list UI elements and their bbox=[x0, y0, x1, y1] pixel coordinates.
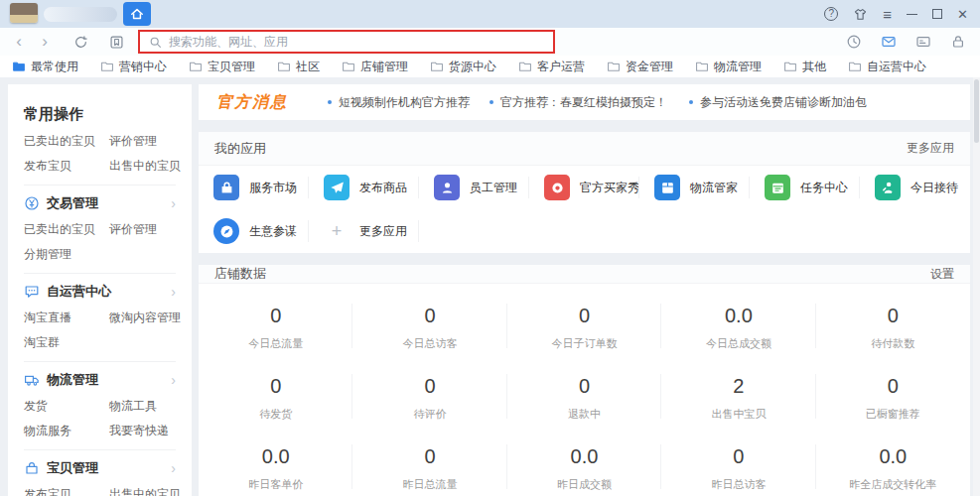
apps-grid-spacer bbox=[529, 209, 639, 253]
bookmark-folder[interactable]: 客户运营 bbox=[518, 59, 585, 75]
close-icon[interactable]: ✕ bbox=[957, 8, 968, 21]
folder-icon bbox=[430, 60, 444, 73]
sidebar-link[interactable]: 我要寄快递 bbox=[109, 423, 176, 439]
app-item[interactable]: 发布商品 bbox=[309, 166, 419, 209]
stat-cell[interactable]: 0 退款中 bbox=[507, 360, 661, 431]
back-icon[interactable]: ‹ bbox=[6, 32, 32, 52]
sidebar-link[interactable]: 出售中的宝贝 bbox=[109, 486, 181, 496]
scrollbar-thumb[interactable] bbox=[974, 79, 979, 143]
bookmark-folder[interactable]: 资金管理 bbox=[607, 59, 673, 75]
app-item[interactable]: 生意参谋 bbox=[199, 209, 309, 253]
bookmark-folder[interactable]: 营销中心 bbox=[100, 59, 167, 75]
sidebar-section-header[interactable]: 交易管理 › bbox=[24, 194, 176, 212]
sidebar-section-header[interactable]: 常用操作 bbox=[24, 105, 176, 124]
settings-link[interactable]: 设置 bbox=[930, 266, 954, 283]
sidebar-link[interactable]: 发布宝贝 bbox=[24, 158, 109, 175]
stat-value: 0.0 bbox=[507, 445, 661, 468]
section-icon bbox=[24, 460, 40, 476]
app-item[interactable]: 服务市场 bbox=[199, 166, 309, 209]
app-icon bbox=[654, 175, 680, 200]
help-icon[interactable]: ? bbox=[824, 7, 838, 21]
sidebar-link[interactable]: 出售中的宝贝 bbox=[109, 158, 181, 175]
folder-icon bbox=[277, 60, 291, 73]
id-card-icon[interactable] bbox=[915, 34, 931, 50]
stat-cell[interactable]: 0.0 昨全店成交转化率 bbox=[816, 431, 970, 496]
chevron-right-icon: › bbox=[171, 284, 176, 300]
sidebar-link[interactable]: 物流服务 bbox=[24, 423, 109, 439]
favorites-icon[interactable] bbox=[103, 35, 129, 50]
browser-tab[interactable] bbox=[0, 6, 117, 23]
app-item[interactable]: 今日接待 bbox=[860, 166, 970, 209]
stat-cell[interactable]: 0 今日子订单数 bbox=[507, 290, 661, 360]
minimize-icon[interactable] bbox=[907, 14, 917, 15]
sidebar-link[interactable]: 评价管理 bbox=[109, 133, 181, 150]
app-item[interactable]: 员工管理 bbox=[419, 166, 529, 209]
bookmark-folder[interactable]: 最常使用 bbox=[12, 59, 78, 75]
bookmark-folder[interactable]: 其他 bbox=[783, 59, 826, 75]
sidebar-link[interactable]: 淘宝群 bbox=[24, 334, 109, 351]
menu-icon[interactable]: ≡ bbox=[883, 7, 892, 22]
bookmark-label: 货源中心 bbox=[449, 59, 496, 75]
sidebar-link[interactable]: 发布宝贝 bbox=[24, 486, 109, 496]
forward-icon[interactable]: › bbox=[32, 32, 58, 52]
search-input[interactable] bbox=[169, 35, 544, 49]
app-item[interactable]: 物流管家 bbox=[639, 166, 750, 209]
stat-label: 待付款数 bbox=[816, 336, 970, 351]
home-button[interactable] bbox=[123, 2, 151, 26]
stat-cell[interactable]: 0 已橱窗推荐 bbox=[816, 360, 970, 431]
sidebar-section: 宝贝管理 › 发布宝贝出售中的宝贝体检中心 bbox=[24, 449, 176, 496]
sidebar-link[interactable]: 淘宝直播 bbox=[24, 310, 109, 326]
sidebar-link[interactable]: 已卖出的宝贝 bbox=[24, 221, 109, 238]
bookmark-folder[interactable]: 自运营中心 bbox=[848, 59, 926, 75]
stat-label: 昨日成交额 bbox=[507, 477, 661, 492]
chevron-right-icon: › bbox=[171, 372, 176, 388]
stat-cell[interactable]: 0 今日总访客 bbox=[352, 290, 506, 360]
search-icon bbox=[149, 36, 162, 49]
folder-icon bbox=[518, 60, 532, 73]
refresh-icon[interactable] bbox=[68, 35, 93, 50]
stat-cell[interactable]: 0 待付款数 bbox=[816, 290, 970, 360]
scrollbar[interactable] bbox=[973, 77, 980, 496]
maximize-icon[interactable] bbox=[932, 9, 942, 19]
bookmark-folder[interactable]: 社区 bbox=[277, 59, 320, 75]
more-apps-tile[interactable]: + 更多应用 bbox=[309, 209, 419, 253]
mail-icon[interactable] bbox=[881, 34, 897, 50]
bookmark-folder[interactable]: 货源中心 bbox=[430, 59, 496, 75]
stat-cell[interactable]: 2 出售中宝贝 bbox=[661, 360, 815, 431]
official-message-item[interactable]: 短视频制作机构官方推荐 bbox=[328, 94, 470, 111]
sidebar-link[interactable]: 微淘内容管理 bbox=[109, 310, 181, 326]
stat-cell[interactable]: 0.0 昨日成交额 bbox=[507, 431, 661, 496]
window-titlebar: ? ≡ ✕ bbox=[0, 0, 980, 28]
shirt-skin-icon[interactable] bbox=[853, 7, 868, 22]
sidebar-link[interactable]: 评价管理 bbox=[109, 221, 176, 238]
sidebar-link[interactable]: 已卖出的宝贝 bbox=[24, 133, 109, 150]
sidebar-link[interactable]: 发货 bbox=[24, 398, 109, 415]
stat-cell[interactable]: 0.0 今日总成交额 bbox=[661, 290, 815, 360]
bookmark-folder[interactable]: 宝贝管理 bbox=[189, 59, 255, 75]
sidebar-section-header[interactable]: 自运营中心 › bbox=[24, 283, 176, 301]
stat-cell[interactable]: 0.0 昨日客单价 bbox=[199, 431, 352, 496]
app-item[interactable]: 官方买家秀 bbox=[529, 166, 639, 209]
search-bar[interactable] bbox=[138, 30, 555, 54]
stat-cell[interactable]: 0 昨日总访客 bbox=[661, 431, 815, 496]
stat-cell[interactable]: 0 昨日总流量 bbox=[352, 431, 506, 496]
stat-cell[interactable]: 0 待发货 bbox=[199, 360, 352, 431]
sidebar-section-header[interactable]: 宝贝管理 › bbox=[24, 459, 176, 477]
app-item[interactable]: 任务中心 bbox=[750, 166, 860, 209]
stat-cell[interactable]: 0 今日总流量 bbox=[199, 290, 352, 360]
lock-icon[interactable] bbox=[950, 34, 966, 50]
more-apps-link[interactable]: 更多应用 bbox=[907, 140, 954, 157]
sidebar-link[interactable]: 物流工具 bbox=[109, 398, 176, 415]
app-icon bbox=[434, 175, 460, 200]
sidebar-section-header[interactable]: 物流管理 › bbox=[24, 371, 176, 389]
home-icon bbox=[129, 6, 145, 22]
bookmark-folder[interactable]: 物流管理 bbox=[695, 59, 762, 75]
official-message-item[interactable]: 官方推荐：春夏红模拍摄预定！ bbox=[490, 94, 667, 111]
my-apps-header: 我的应用 更多应用 bbox=[199, 132, 970, 166]
stat-cell[interactable]: 0 待评价 bbox=[352, 360, 506, 431]
clock-icon[interactable] bbox=[846, 34, 862, 50]
sidebar-link[interactable]: 分期管理 bbox=[24, 246, 109, 263]
stat-value: 0.0 bbox=[816, 445, 970, 468]
official-message-item[interactable]: 参与活动送免费店铺诊断加油包 bbox=[689, 94, 867, 111]
bookmark-folder[interactable]: 店铺管理 bbox=[342, 59, 408, 75]
